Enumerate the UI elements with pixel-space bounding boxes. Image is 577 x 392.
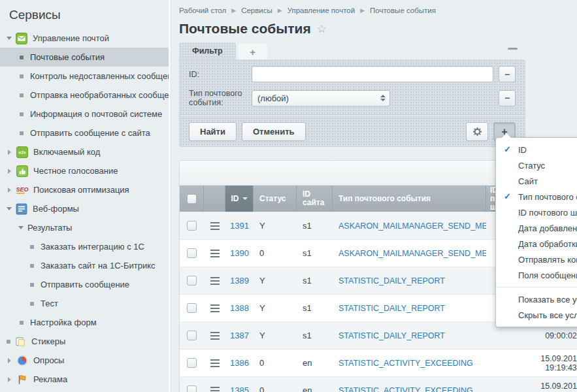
column-header-event-type[interactable]: Тип почтового события [333,186,486,212]
menu-item-id[interactable]: ✓ ID [496,142,577,157]
row-menu-icon[interactable] [210,222,220,230]
sidebar-item-ads[interactable]: Реклама [0,370,169,389]
app-window: Сервисы Управление почтой Почтовые событ… [0,0,577,392]
menu-item-status[interactable]: Статус [496,157,577,173]
column-header-status[interactable]: Статус [254,186,297,212]
filter-tab[interactable]: Фильтр [179,42,236,59]
row-checkbox[interactable] [187,221,197,231]
sidebar-item-undelivered-control[interactable]: Контроль недоставленных сообщений [0,67,169,86]
chevron-down-icon[interactable] [7,37,12,40]
chevron-down-icon[interactable] [7,207,12,210]
row-id-link[interactable]: 1385 [230,385,249,392]
row-event-type-link[interactable]: STATISTIC_DAILY_REPORT [338,276,445,286]
row-checkbox[interactable] [187,331,197,340]
filter-settings-button[interactable] [466,122,488,141]
breadcrumb-services[interactable]: Сервисы [241,7,272,14]
chevron-right-icon[interactable] [8,358,11,363]
row-template-id [486,377,526,392]
breadcrumb-arrow-icon: ▶ [360,7,365,14]
sidebar-item-seo[interactable]: SEO Поисковая оптимизация [0,180,169,199]
sidebar-item-send-message-form[interactable]: Отправить сообщение [0,275,169,294]
row-checkbox[interactable] [187,303,197,313]
menu-item-site[interactable]: Сайт [496,173,577,189]
row-id-link[interactable]: 1389 [230,276,249,286]
row-date: 15.09.2014 12:28:29 [526,377,577,392]
row-menu-icon[interactable] [210,359,220,367]
svg-text:SEO: SEO [16,186,28,193]
favorite-star-icon[interactable]: ☆ [317,22,327,36]
row-menu-icon[interactable] [210,387,220,392]
chevron-right-icon[interactable] [8,188,11,193]
row-event-type-link[interactable]: STATISTIC_ACTIVITY_EXCEEDING [338,359,473,368]
row-menu-icon[interactable] [210,277,220,285]
find-button[interactable]: Найти [189,122,237,141]
collapse-filter-icon[interactable] [508,48,518,50]
chevron-right-icon[interactable] [8,377,11,382]
sidebar-item-test-form[interactable]: Тест [0,294,169,313]
menu-item-template-id[interactable]: ID почтового шаблона [496,204,577,220]
sidebar-item-polls[interactable]: Опросы [0,351,169,370]
row-id-link[interactable]: 1388 [230,303,249,313]
row-event-type-link[interactable]: STATISTIC_DAILY_REPORT [338,304,445,313]
filter-divider [180,114,525,116]
sidebar-item-newsletters[interactable]: Рассылки [0,389,169,392]
row-id-link[interactable]: 1390 [230,248,249,258]
row-id-link[interactable]: 1386 [230,358,249,368]
bullet-icon [30,264,34,268]
row-checkbox[interactable] [187,248,197,258]
sidebar-item-mail-management[interactable]: Управление почтой [0,29,169,48]
sidebar-item-results[interactable]: Результаты [0,218,169,237]
select-all-checkbox[interactable] [187,194,197,204]
row-id-link[interactable]: 1391 [230,221,249,231]
filter-event-type-select[interactable]: (любой) [252,90,390,106]
sidebar-item-honest-vote[interactable]: Честное голосование [0,161,169,180]
sidebar-item-forms-settings[interactable]: Настройка форм [0,313,169,332]
include-code-icon: </> [16,146,28,158]
chevron-right-icon[interactable] [8,150,11,155]
row-event-type-link[interactable]: ASKARON_MAILMANAGER_SEND_MESSAGE [338,249,486,258]
sidebar-item-mail-system-info[interactable]: Информация о почтовой системе [0,105,169,123]
row-status: Y [254,212,297,239]
row-event-type-link[interactable]: ASKARON_MAILMANAGER_SEND_MESSAGE [338,221,486,231]
row-menu-icon[interactable] [210,304,220,312]
bullet-icon [7,340,10,344]
row-menu-icon[interactable] [210,250,220,257]
cancel-button[interactable]: Отменить [242,122,306,141]
row-id-link[interactable]: 1387 [230,331,249,340]
row-event-type-link[interactable]: STATISTIC_DAILY_REPORT [338,331,445,340]
row-checkbox[interactable] [187,385,197,392]
breadcrumb-desktop[interactable]: Рабочий стол [179,7,226,14]
menu-item-message-fields[interactable]: Поля сообщения [496,267,577,283]
add-filter-tab-button[interactable]: + [239,44,267,59]
remove-condition-button[interactable]: − [499,90,516,106]
sidebar-item-unprocessed-sending[interactable]: Отправка необработанных сообщений [0,86,169,105]
sidebar-item-stickers[interactable]: Стикеры [0,332,169,351]
column-header-id[interactable]: ID [225,186,254,212]
sidebar-item-mail-events[interactable]: Почтовые события [0,48,169,67]
menu-item-date-added[interactable]: Дата добавления [496,220,577,236]
filter-id-input[interactable] [252,66,493,82]
menu-item-date-processed[interactable]: Дата обработки [496,236,577,252]
sidebar-item-include-code[interactable]: </> Включаемый код [0,142,169,161]
menu-item-send-copies[interactable]: Отправлять копии [496,252,577,267]
sidebar-item-order-1c-integration[interactable]: Заказать интеграцию с 1С [0,237,169,256]
row-status: Y [254,322,297,349]
table-row: 1385 0 en STATISTIC_ACTIVITY_EXCEEDING 1… [180,376,577,392]
chevron-down-icon[interactable] [18,226,24,229]
menu-action-show-all-conditions[interactable]: Показать все условия [496,291,577,307]
remove-condition-button[interactable]: − [499,66,516,82]
sidebar-item-send-message-from-site[interactable]: Отправить сообщение с сайта [0,123,169,142]
breadcrumb-mail-management[interactable]: Управление почтой [288,7,355,14]
column-header-site-id[interactable]: ID сайта [297,186,333,212]
row-event-type-link[interactable]: STATISTIC_ACTIVITY_EXCEEDING [338,386,473,392]
row-checkbox[interactable] [187,358,197,368]
menu-item-event-type[interactable]: ✓ Тип почтового события [496,189,577,204]
breadcrumb-mail-events[interactable]: Почтовые события [370,7,436,14]
menu-action-hide-all-conditions[interactable]: Скрыть все условия [496,307,577,323]
sidebar-item-web-forms[interactable]: Веб-формы [0,199,169,218]
row-checkbox[interactable] [187,276,197,286]
sidebar-item-order-bitrix-site[interactable]: Заказать сайт на 1С-Битрикс [0,256,169,275]
chevron-right-icon[interactable] [8,169,11,174]
row-menu-icon[interactable] [210,332,220,340]
bullet-icon [30,283,34,287]
